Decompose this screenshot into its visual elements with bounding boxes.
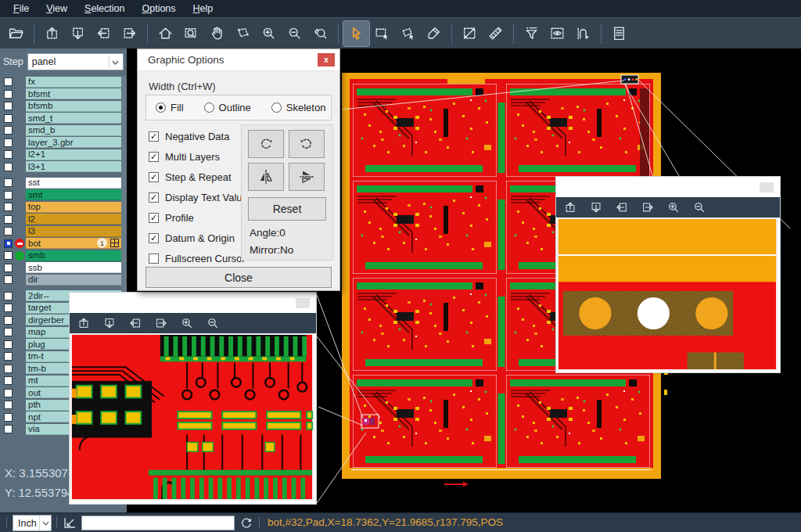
command-input[interactable] xyxy=(81,516,235,530)
magnifier-title-bar[interactable] xyxy=(70,293,316,313)
checkbox-box[interactable] xyxy=(149,253,159,264)
grid-icon[interactable] xyxy=(110,239,119,247)
layer-checkbox[interactable] xyxy=(4,264,13,272)
pan-down-button[interactable] xyxy=(65,21,91,46)
pan-left-button[interactable] xyxy=(612,199,631,216)
pan-right-button[interactable] xyxy=(638,199,657,216)
zoom-window-button[interactable] xyxy=(178,21,204,46)
layer-checkbox[interactable] xyxy=(4,304,13,312)
magnifier-pcb-detail-right[interactable] xyxy=(556,217,778,371)
pan-right-button[interactable] xyxy=(117,21,142,46)
menu-help[interactable]: Help xyxy=(185,1,222,16)
magnifier-pcb-detail-left[interactable] xyxy=(70,333,314,501)
layer-checkbox[interactable] xyxy=(4,340,13,349)
layer-checkbox[interactable] xyxy=(4,401,13,409)
ruler-button[interactable] xyxy=(483,21,508,46)
layer-checkbox[interactable] xyxy=(4,138,13,147)
unit-select[interactable]: Inch xyxy=(13,515,52,531)
home-button[interactable] xyxy=(153,21,178,46)
layer-row-fx[interactable]: fx xyxy=(0,76,127,88)
layer-checkbox[interactable] xyxy=(4,126,13,135)
dialog-close-button[interactable]: x xyxy=(318,53,335,66)
layer-row-l3[interactable]: l3 xyxy=(0,225,127,238)
zoom-in-button[interactable] xyxy=(178,315,196,332)
menu-options[interactable]: Options xyxy=(133,1,184,16)
zoom-out-button[interactable] xyxy=(690,199,709,216)
radio-fill[interactable]: Fill xyxy=(156,102,184,113)
zoom-previous-button[interactable] xyxy=(307,21,333,46)
layer-checkbox[interactable] xyxy=(4,292,13,300)
view-options-button[interactable] xyxy=(544,21,570,46)
pan-left-button[interactable] xyxy=(126,315,145,332)
highlight-net-button[interactable] xyxy=(570,21,596,46)
layer-row-l2[interactable]: l2 xyxy=(0,214,127,226)
zoom-out-button[interactable] xyxy=(203,315,222,332)
rotate-cw-button[interactable] xyxy=(248,130,284,158)
pan-up-button[interactable] xyxy=(561,199,580,216)
pan-down-button[interactable] xyxy=(587,199,605,216)
flip-vertical-button[interactable] xyxy=(289,163,325,191)
layer-checkbox[interactable] xyxy=(4,191,13,200)
pan-right-button[interactable] xyxy=(152,315,171,332)
layer-checkbox[interactable] xyxy=(4,389,13,397)
layer-checkbox[interactable] xyxy=(4,352,13,361)
pan-hand-button[interactable] xyxy=(204,21,230,46)
layer-row-smd_t[interactable]: smd_t xyxy=(0,113,127,125)
zoom-source-rect-top[interactable] xyxy=(621,75,638,84)
layer-row-ssb[interactable]: ssb xyxy=(0,262,127,275)
layer-checkbox[interactable] xyxy=(4,316,13,325)
checkbox-box[interactable]: ✓ xyxy=(149,213,159,223)
radio-skeleton[interactable]: Skeleton xyxy=(271,102,326,113)
layer-checkbox[interactable] xyxy=(4,251,13,260)
select-poly-button[interactable] xyxy=(395,21,421,46)
magnifier-minimize-button[interactable] xyxy=(296,298,310,308)
layer-checkbox[interactable] xyxy=(4,425,13,433)
pan-up-button[interactable] xyxy=(39,21,65,46)
layer-row-dir[interactable]: dir xyxy=(0,274,127,286)
checkbox-multi-layers[interactable]: ✓Multi Layers xyxy=(149,146,248,167)
layer-row-smd_b[interactable]: smd_b xyxy=(0,124,127,137)
layer-row-top[interactable]: top xyxy=(0,201,127,214)
open-button[interactable] xyxy=(3,21,29,46)
clean-button[interactable] xyxy=(421,21,447,46)
layer-checkbox[interactable] xyxy=(4,365,13,373)
layer-row-sst[interactable]: sst xyxy=(0,177,127,189)
zoom-in-button[interactable] xyxy=(664,199,683,216)
menu-selection[interactable]: Selection xyxy=(76,1,133,16)
layer-row-smt[interactable]: smt xyxy=(0,189,127,202)
report-button[interactable] xyxy=(606,21,632,46)
layer-checkbox[interactable] xyxy=(4,413,13,422)
checkbox-box[interactable]: ✓ xyxy=(149,152,159,162)
layer-row-bot[interactable]: bot1 xyxy=(0,238,127,250)
layer-row-bfsmb[interactable]: bfsmb xyxy=(0,100,127,113)
select-button[interactable] xyxy=(343,21,369,46)
dialog-title-bar[interactable]: Graphic Options x xyxy=(138,49,339,71)
layer-row-l3+1[interactable]: l3+1 xyxy=(0,161,127,174)
step-select[interactable]: panel xyxy=(27,53,124,70)
zoom-in-button[interactable] xyxy=(256,21,282,46)
checkbox-datum-origin[interactable]: ✓Datum & Origin xyxy=(149,228,248,248)
layer-checkbox[interactable] xyxy=(4,150,13,159)
checkbox-profile[interactable]: ✓Profile xyxy=(149,207,248,228)
radio-circle[interactable] xyxy=(271,102,282,113)
zoom-out-button[interactable] xyxy=(282,21,307,46)
layer-checkbox[interactable] xyxy=(4,275,13,284)
layer-row-l2+1[interactable]: l2+1 xyxy=(0,149,127,161)
radio-circle[interactable] xyxy=(156,102,166,113)
layer-checkbox[interactable] xyxy=(4,90,13,99)
pan-left-button[interactable] xyxy=(91,21,117,46)
layer-checkbox[interactable] xyxy=(4,215,13,224)
layer-row-layer_3.gbr[interactable]: layer_3.gbr xyxy=(0,137,127,149)
magnifier-title-bar[interactable] xyxy=(556,177,780,197)
checkbox-display-text-value[interactable]: ✓Display Text Value xyxy=(149,187,248,207)
radio-outline[interactable]: Outline xyxy=(204,102,251,113)
layer-checkbox[interactable] xyxy=(4,114,13,123)
checkbox-negative-data[interactable]: ✓Negative Data xyxy=(149,126,248,146)
layer-checkbox[interactable] xyxy=(4,77,13,86)
checkbox-box[interactable]: ✓ xyxy=(149,233,159,243)
filter-button[interactable] xyxy=(519,21,544,46)
layer-checkbox[interactable] xyxy=(4,227,13,235)
checkbox-box[interactable]: ✓ xyxy=(149,131,159,142)
layer-row-bfsmt[interactable]: bfsmt xyxy=(0,88,127,101)
rotate-ccw-button[interactable] xyxy=(289,130,325,158)
